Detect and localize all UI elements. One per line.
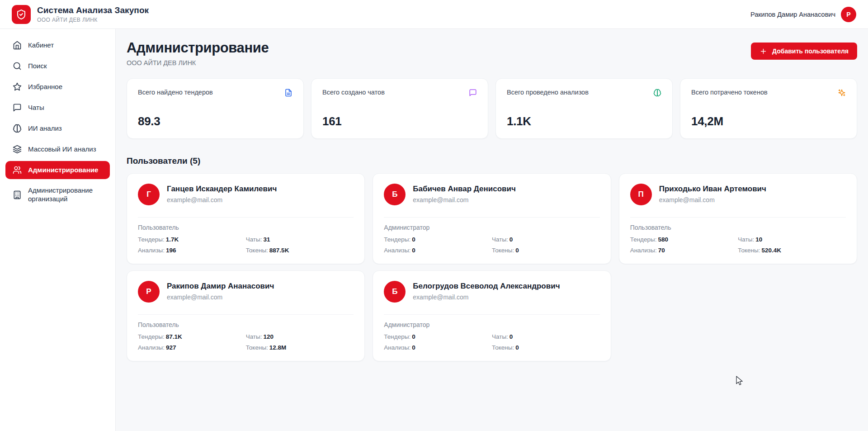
- sidebar-item-chaty[interactable]: Чаты: [5, 99, 110, 117]
- stats-grid: Всего найдено тендеров 89.3 Всего создан…: [127, 78, 857, 139]
- user-email: example@mail.com: [413, 196, 516, 204]
- sidebar-item-label: Кабинет: [28, 41, 54, 50]
- sidebar-item-kabinet[interactable]: Кабинет: [5, 36, 110, 54]
- add-user-button-label: Добавить пользователя: [772, 47, 849, 55]
- user-card[interactable]: Р Ракипов Дамир Ананасович example@mail.…: [127, 270, 365, 361]
- user-stat-tenders: Тендеры:0: [384, 333, 492, 340]
- user-email: example@mail.com: [167, 196, 277, 204]
- sidebar-item-label: Чаты: [28, 104, 44, 112]
- user-card[interactable]: Б Белогрудов Всеволод Александрович exam…: [373, 270, 611, 361]
- avatar: Б: [384, 184, 406, 205]
- user-stat-tenders: Тендеры:87.1K: [138, 333, 246, 340]
- user-stat-tokens: Токены:12.8M: [246, 344, 354, 351]
- brand: Система Анализа Закупок ООО АЙТИ ДЕВ ЛИН…: [12, 5, 149, 24]
- stat-value: 89.3: [138, 114, 292, 128]
- sidebar-item-label: ИИ анализ: [28, 124, 62, 133]
- app-title: Система Анализа Закупок: [37, 5, 149, 15]
- users-heading: Пользователи (5): [127, 156, 857, 166]
- app-header: Система Анализа Закупок ООО АЙТИ ДЕВ ЛИН…: [0, 0, 868, 29]
- header-user-menu[interactable]: Ракипов Дамир Ананасович Р: [750, 7, 856, 22]
- users-grid-empty-cell: [619, 270, 857, 361]
- sidebar-item-label: Администрирование организаций: [28, 186, 103, 204]
- user-email: example@mail.com: [167, 294, 274, 301]
- chat-icon: [469, 89, 477, 97]
- sidebar-item-label: Администрирование: [28, 166, 98, 175]
- sidebar: Кабинет Поиск Избранное Чаты ИИ анализ: [0, 29, 116, 431]
- stat-label: Всего создано чатов: [322, 89, 385, 96]
- user-role: Администратор: [384, 224, 599, 231]
- user-role: Пользователь: [630, 224, 846, 231]
- page-header-text: Администрирование ООО АЙТИ ДЕВ ЛИНК: [127, 40, 269, 66]
- stat-value: 161: [322, 114, 477, 128]
- avatar: П: [630, 184, 652, 205]
- brain-icon: [13, 124, 22, 133]
- user-stat-chats: Чаты:31: [246, 236, 354, 243]
- user-name: Бабичев Анвар Денисович: [413, 185, 516, 194]
- star-icon: [13, 82, 22, 91]
- main-content: Администрирование ООО АЙТИ ДЕВ ЛИНК Доба…: [116, 29, 868, 431]
- user-card[interactable]: Б Бабичев Анвар Денисович example@mail.c…: [373, 173, 611, 264]
- stat-label: Всего потрачено токенов: [691, 89, 768, 96]
- user-stat-chats: Чаты:10: [738, 236, 846, 243]
- stat-label: Всего найдено тендеров: [138, 89, 213, 96]
- sparkles-icon: [838, 89, 846, 97]
- stat-value: 1.1K: [507, 114, 661, 128]
- sidebar-item-izbrannoe[interactable]: Избранное: [5, 78, 110, 96]
- user-role: Пользователь: [138, 321, 354, 328]
- stat-card-chats: Всего создано чатов 161: [311, 78, 488, 139]
- user-stat-tokens: Токены:520.4K: [738, 247, 846, 254]
- user-stat-tenders: Тендеры:580: [630, 236, 738, 243]
- file-text-icon: [284, 89, 292, 97]
- users-icon: [13, 166, 22, 175]
- user-stat-tokens: Токены:0: [492, 344, 600, 351]
- user-card[interactable]: П Приходько Иван Артемович example@mail.…: [619, 173, 857, 264]
- search-icon: [13, 62, 22, 71]
- home-icon: [13, 41, 22, 50]
- brand-text: Система Анализа Закупок ООО АЙТИ ДЕВ ЛИН…: [37, 5, 149, 23]
- add-user-button[interactable]: Добавить пользователя: [751, 43, 857, 60]
- user-name: Ракипов Дамир Ананасович: [167, 282, 274, 291]
- avatar: Г: [138, 184, 160, 205]
- user-stat-chats: Чаты:0: [492, 236, 600, 243]
- page-subtitle: ООО АЙТИ ДЕВ ЛИНК: [127, 59, 269, 66]
- user-email: example@mail.com: [659, 196, 766, 204]
- sidebar-item-ii-analiz[interactable]: ИИ анализ: [5, 119, 110, 137]
- building-icon: [13, 190, 22, 199]
- sidebar-item-administrirovanie[interactable]: Администрирование: [5, 161, 110, 179]
- stat-card-tenders: Всего найдено тендеров 89.3: [127, 78, 304, 139]
- shield-check-icon: [12, 5, 31, 24]
- user-stat-analyses: Анализы:927: [138, 344, 246, 351]
- sidebar-item-administrirovanie-organizacii[interactable]: Администрирование организаций: [5, 182, 110, 208]
- stat-card-tokens: Всего потрачено токенов 14,2М: [680, 78, 857, 139]
- user-stat-tokens: Токены:887.5K: [246, 247, 354, 254]
- user-card[interactable]: Г Ганцев Искандер Камилевич example@mail…: [127, 173, 365, 264]
- user-name: Ганцев Искандер Камилевич: [167, 185, 277, 194]
- header-user-name: Ракипов Дамир Ананасович: [750, 11, 835, 18]
- user-stat-chats: Чаты:120: [246, 333, 354, 340]
- sidebar-item-poisk[interactable]: Поиск: [5, 57, 110, 75]
- sidebar-item-label: Избранное: [28, 83, 62, 91]
- user-stat-analyses: Анализы:0: [384, 247, 492, 254]
- stat-card-analyses: Всего проведено анализов 1.1K: [495, 78, 673, 139]
- avatar: Р: [138, 281, 160, 303]
- user-avatar[interactable]: Р: [841, 7, 856, 22]
- user-email: example@mail.com: [413, 294, 560, 301]
- app-subtitle: ООО АЙТИ ДЕВ ЛИНК: [37, 17, 149, 23]
- user-stat-analyses: Анализы:0: [384, 344, 492, 351]
- user-role: Пользователь: [138, 224, 354, 231]
- users-grid: Г Ганцев Искандер Камилевич example@mail…: [127, 173, 857, 361]
- brain-icon: [653, 89, 661, 97]
- user-role: Администратор: [384, 321, 599, 328]
- avatar: Б: [384, 281, 406, 303]
- user-stat-analyses: Анализы:196: [138, 247, 246, 254]
- user-name: Приходько Иван Артемович: [659, 185, 766, 194]
- sidebar-item-label: Массовый ИИ анализ: [28, 145, 96, 154]
- user-stat-tokens: Токены:0: [492, 247, 600, 254]
- stat-value: 14,2М: [691, 114, 846, 128]
- plus-icon: [760, 47, 767, 55]
- user-stat-tenders: Тендеры:0: [384, 236, 492, 243]
- sidebar-item-massovyi-ii-analiz[interactable]: Массовый ИИ анализ: [5, 140, 110, 158]
- chat-icon: [13, 103, 22, 112]
- user-name: Белогрудов Всеволод Александрович: [413, 282, 560, 291]
- user-stat-analyses: Анализы:70: [630, 247, 738, 254]
